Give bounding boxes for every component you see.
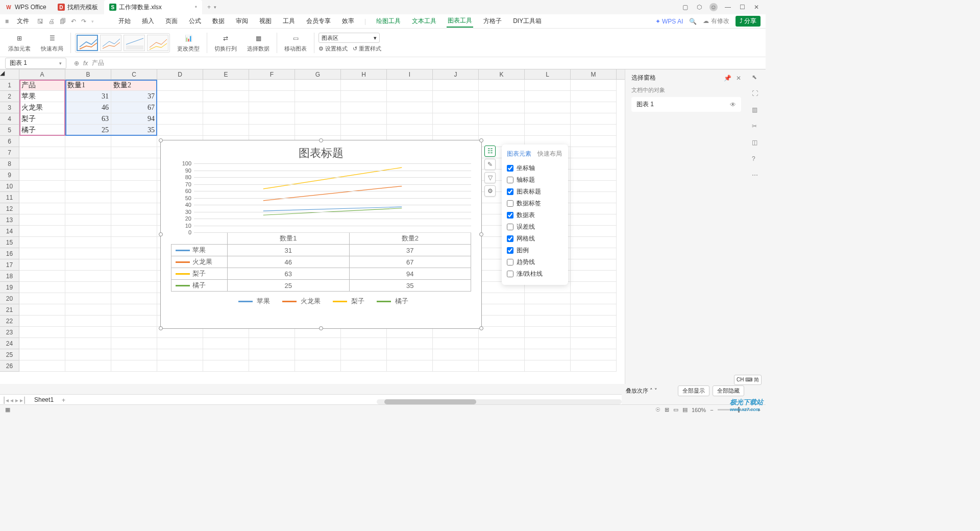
popup-checkbox-item[interactable]: 数据标签 xyxy=(507,198,563,209)
select-all-corner[interactable]: ◢ xyxy=(0,69,19,79)
cell[interactable] xyxy=(111,203,157,214)
cell[interactable] xyxy=(203,102,249,113)
cell[interactable] xyxy=(479,113,525,125)
zoom-out-icon[interactable]: − xyxy=(710,407,713,413)
cell[interactable] xyxy=(19,360,65,372)
popup-checkbox-item[interactable]: 涨/跌柱线 xyxy=(507,268,563,280)
cell[interactable] xyxy=(571,147,617,158)
cell[interactable] xyxy=(571,226,617,237)
cell[interactable] xyxy=(111,136,157,147)
sheet-nav[interactable]: ⎮◂ ◂ ▸ ▸⎮ xyxy=(3,397,26,404)
print-icon[interactable]: 🖨 xyxy=(48,18,55,25)
col-header[interactable]: L xyxy=(525,69,571,79)
change-type-button[interactable]: 📊 更改类型 xyxy=(174,33,203,53)
cell[interactable] xyxy=(111,158,157,170)
popup-tab-layout[interactable]: 快速布局 xyxy=(537,150,562,158)
cell[interactable] xyxy=(111,181,157,192)
zoom-in-icon[interactable]: + xyxy=(757,407,761,413)
cell[interactable] xyxy=(111,293,157,304)
maximize-button[interactable]: ☐ xyxy=(738,3,746,11)
cell[interactable] xyxy=(65,226,111,237)
cell[interactable] xyxy=(65,293,111,304)
status-icon[interactable]: ▦ xyxy=(5,406,10,413)
cell[interactable] xyxy=(341,80,387,91)
chart-filter-float-button[interactable]: ▽ xyxy=(484,172,496,183)
cell[interactable] xyxy=(19,248,65,259)
rail-layers-icon[interactable]: ▥ xyxy=(752,106,761,115)
cell[interactable] xyxy=(571,136,617,147)
cell[interactable] xyxy=(111,271,157,282)
row-header[interactable]: 2 xyxy=(0,91,19,102)
cell[interactable] xyxy=(295,91,341,102)
popup-tab-elements[interactable]: 图表元素 xyxy=(507,150,531,158)
cell[interactable] xyxy=(65,271,111,282)
cell[interactable] xyxy=(19,192,65,203)
cell[interactable] xyxy=(387,349,433,360)
cell[interactable] xyxy=(65,181,111,192)
cell[interactable] xyxy=(433,80,479,91)
cell[interactable] xyxy=(19,327,65,338)
tab-fangge[interactable]: 方格子 xyxy=(482,15,503,27)
ime-indicator[interactable]: CH ⌨ 简 xyxy=(734,375,762,385)
cell[interactable] xyxy=(525,327,571,338)
cell[interactable] xyxy=(19,338,65,349)
hide-all-button[interactable]: 全部隐藏 xyxy=(713,385,744,396)
cell[interactable] xyxy=(111,304,157,316)
cell[interactable] xyxy=(65,259,111,271)
cell[interactable] xyxy=(525,91,571,102)
add-sheet-button[interactable]: + xyxy=(62,397,65,404)
cell[interactable] xyxy=(249,125,295,136)
cell[interactable] xyxy=(203,91,249,102)
cell[interactable] xyxy=(203,338,249,349)
cell[interactable] xyxy=(387,113,433,125)
chart-element-select[interactable]: 图表区 ▾ xyxy=(318,33,380,43)
cell[interactable] xyxy=(249,91,295,102)
cell[interactable]: 94 xyxy=(111,113,157,125)
tab-formula[interactable]: 公式 xyxy=(188,15,202,27)
row-header[interactable]: 11 xyxy=(0,192,19,203)
cell[interactable] xyxy=(571,304,617,316)
cell[interactable] xyxy=(571,214,617,226)
cell[interactable]: 31 xyxy=(65,91,111,102)
new-tab-button[interactable]: + xyxy=(207,4,211,11)
cell[interactable] xyxy=(571,113,617,125)
cell[interactable] xyxy=(157,113,203,125)
cell[interactable] xyxy=(203,360,249,372)
cell[interactable] xyxy=(433,338,479,349)
cell[interactable] xyxy=(203,125,249,136)
cell[interactable]: 橘子 xyxy=(19,125,65,136)
cell[interactable] xyxy=(525,304,571,316)
cell[interactable] xyxy=(111,214,157,226)
row-header[interactable]: 7 xyxy=(0,147,19,158)
cell[interactable] xyxy=(525,80,571,91)
save-icon[interactable]: 🖫 xyxy=(37,18,43,25)
cell[interactable] xyxy=(295,113,341,125)
row-header[interactable]: 10 xyxy=(0,181,19,192)
cell[interactable]: 25 xyxy=(65,125,111,136)
order-up-icon[interactable]: ˄ xyxy=(650,388,653,394)
cell[interactable] xyxy=(525,125,571,136)
cell[interactable] xyxy=(249,338,295,349)
qatdropdown-icon[interactable]: ▾ xyxy=(91,19,94,24)
row-header[interactable]: 5 xyxy=(0,125,19,136)
cell[interactable] xyxy=(571,158,617,170)
side-item-chart1[interactable]: 图表 1 👁 xyxy=(631,97,741,112)
cell[interactable] xyxy=(387,102,433,113)
cell[interactable] xyxy=(203,80,249,91)
view-read-icon[interactable]: ▤ xyxy=(682,406,688,413)
close-panel-icon[interactable]: ✕ xyxy=(736,75,741,82)
cell[interactable] xyxy=(479,91,525,102)
cell[interactable] xyxy=(65,136,111,147)
view-page-icon[interactable]: ▭ xyxy=(673,406,678,413)
col-header[interactable]: K xyxy=(479,69,525,79)
cell[interactable] xyxy=(249,360,295,372)
cell[interactable] xyxy=(65,304,111,316)
cell[interactable] xyxy=(157,338,203,349)
cell[interactable] xyxy=(111,259,157,271)
window-panel-icon[interactable]: ▢ xyxy=(681,3,689,11)
cell[interactable] xyxy=(19,147,65,158)
cell[interactable] xyxy=(65,338,111,349)
cell[interactable] xyxy=(295,338,341,349)
search-icon[interactable]: 🔍 xyxy=(689,18,697,25)
col-header[interactable]: F xyxy=(249,69,295,79)
